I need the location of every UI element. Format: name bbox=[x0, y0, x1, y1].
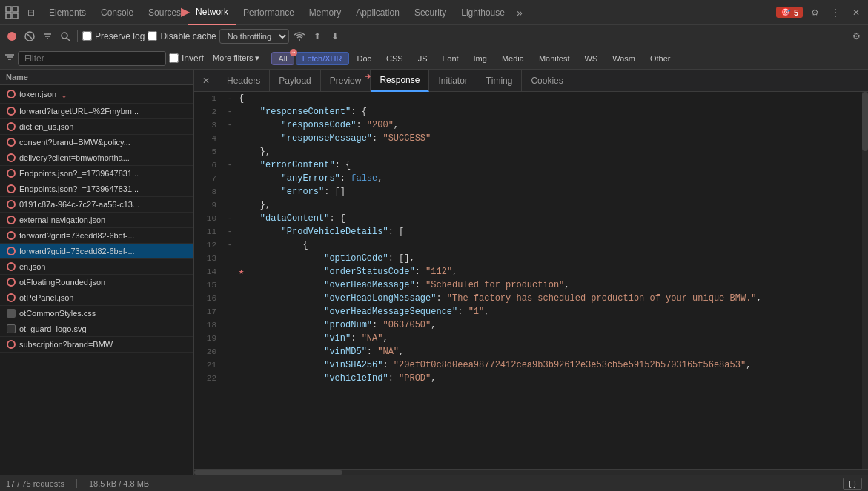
list-item[interactable]: forward?gcid=73cedd82-6bef-... bbox=[0, 228, 193, 244]
type-btn-all[interactable]: All → bbox=[271, 52, 294, 65]
throttle-select[interactable]: No throttling bbox=[219, 29, 289, 44]
type-btn-doc[interactable]: Doc bbox=[351, 52, 379, 65]
record-button[interactable] bbox=[4, 29, 19, 44]
preserve-log-checkbox[interactable]: Preserve log bbox=[82, 31, 145, 41]
list-item[interactable]: delivery?client=bmwofnortha... bbox=[0, 150, 193, 166]
tab-initiator[interactable]: Initiator bbox=[429, 70, 477, 92]
tab-response[interactable]: Response bbox=[371, 70, 429, 92]
invert-checkbox[interactable]: Invert bbox=[169, 53, 204, 64]
line-fold[interactable]: - bbox=[224, 158, 236, 172]
type-btn-img[interactable]: Img bbox=[467, 52, 494, 65]
type-btn-media[interactable]: Media bbox=[495, 52, 531, 65]
line-fold[interactable] bbox=[224, 318, 236, 332]
line-fold[interactable] bbox=[224, 292, 236, 305]
filter-input[interactable] bbox=[18, 51, 166, 66]
type-btn-js[interactable]: JS bbox=[411, 52, 434, 65]
line-fold[interactable] bbox=[224, 198, 236, 212]
file-type-icon bbox=[6, 339, 16, 350]
tab-network[interactable]: Network bbox=[188, 0, 236, 25]
tab-preview[interactable]: Preview bbox=[321, 70, 371, 92]
line-fold[interactable]: - bbox=[224, 238, 236, 252]
network-settings-button[interactable]: ⚙ bbox=[849, 29, 864, 44]
tab-close-button[interactable]: ✕ bbox=[199, 73, 213, 88]
type-btn-manifest[interactable]: Manifest bbox=[532, 52, 577, 65]
tab-security[interactable]: Security bbox=[407, 0, 454, 25]
vertical-scrollbar[interactable] bbox=[862, 92, 868, 469]
line-fold[interactable]: - bbox=[224, 212, 236, 225]
line-fold[interactable] bbox=[224, 345, 236, 358]
braces-button[interactable]: { } bbox=[843, 478, 862, 490]
line-fold[interactable] bbox=[224, 332, 236, 345]
list-item[interactable]: dict.en_us.json bbox=[0, 119, 193, 135]
json-viewer[interactable]: 1 - { 2 - "responseContent": { 3 - "resp… bbox=[194, 92, 868, 469]
line-fold[interactable]: - bbox=[224, 118, 236, 132]
list-item[interactable]: Endpoints.json?_=1739647831... bbox=[0, 181, 193, 197]
file-type-icon bbox=[6, 168, 16, 178]
filter-toggle[interactable] bbox=[40, 29, 55, 44]
settings-button[interactable]: ⚙ bbox=[806, 4, 824, 21]
list-item[interactable]: forward?targetURL=%2Fmybm... bbox=[0, 104, 193, 119]
line-fold[interactable]: - bbox=[224, 105, 236, 118]
tab-more[interactable]: » bbox=[512, 0, 527, 25]
line-fold[interactable]: - bbox=[224, 225, 236, 238]
search-button[interactable] bbox=[58, 29, 73, 44]
line-fold[interactable] bbox=[224, 305, 236, 318]
tab-console[interactable]: Console bbox=[93, 0, 141, 25]
line-fold[interactable] bbox=[224, 372, 236, 385]
list-item[interactable]: otFloatingRounded.json bbox=[0, 275, 193, 290]
file-type-icon bbox=[6, 215, 16, 225]
tab-performance[interactable]: Performance bbox=[236, 0, 302, 25]
tab-memory[interactable]: Memory bbox=[302, 0, 348, 25]
list-item[interactable]: 0191c87a-964c-7c27-aa56-c13... bbox=[0, 197, 193, 213]
tab-headers[interactable]: Headers bbox=[218, 70, 270, 92]
line-fold[interactable] bbox=[224, 185, 236, 198]
tab-application[interactable]: Application bbox=[348, 0, 407, 25]
list-item[interactable]: external-navigation.json bbox=[0, 213, 193, 228]
list-item[interactable]: Endpoints.json?_=1739647831... bbox=[0, 166, 193, 181]
line-fold[interactable] bbox=[224, 145, 236, 158]
tab-payload[interactable]: Payload bbox=[270, 70, 320, 92]
list-item[interactable]: forward?gcid=73cedd82-6bef-... bbox=[0, 244, 193, 259]
clear-button[interactable] bbox=[22, 29, 37, 44]
list-item[interactable]: token.json ↓ bbox=[0, 85, 193, 104]
disable-cache-checkbox[interactable]: Disable cache bbox=[148, 31, 216, 41]
tab-swap-icon[interactable]: ⊟ bbox=[24, 5, 39, 20]
tab-sources[interactable]: Sources ▶ bbox=[141, 0, 188, 25]
list-item[interactable]: otCommonStyles.css bbox=[0, 306, 193, 321]
json-line: 12 - { bbox=[194, 238, 868, 252]
svg-line-6 bbox=[27, 34, 32, 39]
list-item[interactable]: subscription?brand=BMW bbox=[0, 337, 193, 353]
type-btn-font[interactable]: Font bbox=[436, 52, 466, 65]
list-item[interactable]: ot_guard_logo.svg bbox=[0, 321, 193, 337]
json-line: 22 "vehicleInd": "PROD", bbox=[194, 372, 868, 385]
horizontal-scrollbar[interactable] bbox=[194, 469, 868, 475]
close-button[interactable]: ✕ bbox=[847, 4, 865, 21]
upload-icon[interactable]: ⬆ bbox=[310, 29, 325, 44]
type-btn-fetch-xhr[interactable]: Fetch/XHR bbox=[296, 52, 349, 65]
tab-elements[interactable]: Elements bbox=[42, 0, 93, 25]
tab-lighthouse[interactable]: Lighthouse bbox=[454, 0, 512, 25]
line-fold[interactable] bbox=[224, 132, 236, 145]
tab-cookies[interactable]: Cookies bbox=[522, 70, 572, 92]
list-item[interactable]: en.json bbox=[0, 259, 193, 275]
list-item[interactable]: consent?brand=BMW&policy... bbox=[0, 135, 193, 150]
download-icon[interactable]: ⬇ bbox=[328, 29, 342, 44]
line-fold[interactable] bbox=[224, 265, 236, 278]
type-btn-other[interactable]: Other bbox=[643, 52, 677, 65]
line-content: "vin": "NA", bbox=[236, 332, 868, 345]
wifi-icon[interactable] bbox=[292, 29, 307, 44]
list-item[interactable]: otPcPanel.json bbox=[0, 290, 193, 306]
line-fold[interactable] bbox=[224, 172, 236, 185]
line-content: "responseCode": "200", bbox=[236, 118, 868, 132]
more-filters-button[interactable]: More filters ▾ bbox=[207, 52, 265, 64]
line-fold[interactable] bbox=[224, 358, 236, 372]
type-btn-css[interactable]: CSS bbox=[380, 52, 410, 65]
line-fold[interactable]: - bbox=[224, 92, 236, 105]
tab-timing[interactable]: Timing bbox=[477, 70, 523, 92]
line-content: "responseMessage": "SUCCESS" bbox=[236, 132, 868, 145]
type-btn-ws[interactable]: WS bbox=[577, 52, 604, 65]
line-fold[interactable] bbox=[224, 252, 236, 265]
more-button[interactable]: ⋮ bbox=[826, 4, 844, 21]
type-btn-wasm[interactable]: Wasm bbox=[606, 52, 642, 65]
line-fold[interactable] bbox=[224, 278, 236, 292]
